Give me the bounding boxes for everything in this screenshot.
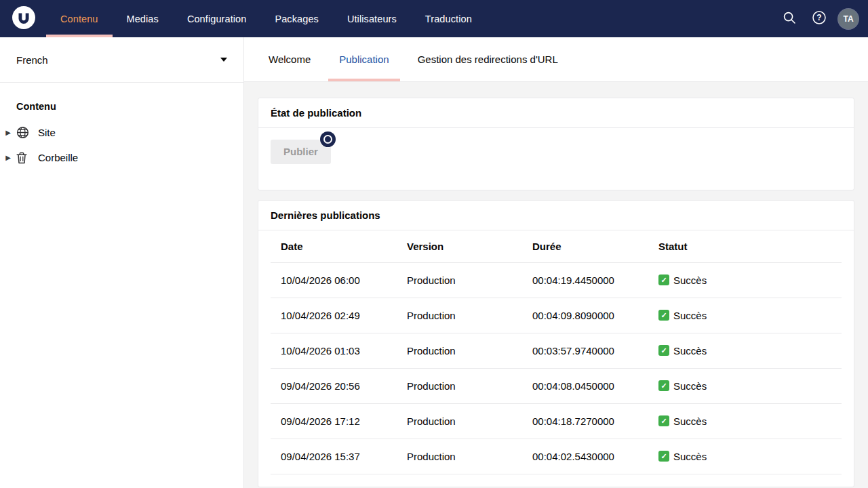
card-title: État de publication — [271, 107, 361, 119]
chevron-down-icon — [220, 58, 227, 62]
content-tabs: Welcome Publication Gestion des redirect… — [244, 37, 868, 82]
globe-icon — [16, 126, 34, 139]
cell-duree: 00:04:19.4450000 — [522, 262, 648, 298]
help-icon: ? — [812, 10, 827, 27]
tab-redirections-url[interactable]: Gestion des redirections d'URL — [407, 37, 569, 81]
cell-duree: 00:04:08.0450000 — [522, 368, 648, 403]
tree-item-label: Site — [34, 127, 56, 138]
svg-text:?: ? — [816, 13, 821, 22]
tab-content: État de publication Publier Dernières pu… — [244, 82, 868, 488]
caret-right-icon[interactable]: ▶ — [0, 120, 16, 145]
table-row: 10/04/2026 02:49 Production 00:04:09.809… — [271, 298, 842, 333]
tab-publication[interactable]: Publication — [328, 37, 399, 81]
cell-version: Production — [397, 298, 522, 333]
column-header-duree: Durée — [522, 230, 648, 263]
cell-version: Production — [397, 368, 522, 403]
success-check-icon: ✓ — [658, 345, 669, 356]
language-selector[interactable]: French — [0, 37, 243, 83]
publications-table-body: 10/04/2026 06:00 Production 00:04:19.445… — [271, 262, 842, 474]
nav-item-label: Utilisateurs — [347, 14, 397, 24]
help-button[interactable]: ? — [808, 8, 830, 30]
cell-statut: ✓ Succès — [648, 262, 842, 298]
cell-version: Production — [397, 439, 522, 474]
tab-label: Publication — [339, 54, 389, 65]
loading-spinner-icon — [320, 131, 336, 147]
table-row: 09/04/2026 15:37 Production 00:04:02.543… — [271, 439, 842, 474]
column-header-statut: Statut — [648, 230, 842, 263]
card-header: État de publication — [258, 98, 854, 128]
main-panel: Welcome Publication Gestion des redirect… — [244, 37, 868, 488]
publish-button-wrap: Publier — [271, 140, 331, 164]
nav-item-label: Packages — [275, 14, 318, 24]
cell-date: 10/04/2026 06:00 — [271, 262, 397, 298]
card-body: Publier — [258, 128, 854, 190]
user-avatar[interactable]: TA — [838, 9, 859, 29]
column-header-date: Date — [271, 230, 397, 263]
workspace: French Contenu ▶ Site ▶ — [0, 37, 868, 488]
cell-duree: 00:04:02.5430000 — [522, 439, 648, 474]
nav-item-configuration[interactable]: Configuration — [173, 0, 261, 37]
search-icon — [783, 11, 796, 26]
status-label: Succès — [673, 274, 707, 286]
topbar: Contenu Medias Configuration Packages Ut… — [0, 0, 868, 37]
nav-item-label: Medias — [127, 14, 159, 24]
column-header-version: Version — [397, 230, 522, 263]
card-header: Dernières publications — [258, 201, 854, 230]
nav-item-utilisateurs[interactable]: Utilisateurs — [333, 0, 411, 37]
nav-item-label: Configuration — [187, 14, 247, 24]
cell-date: 10/04/2026 02:49 — [271, 298, 397, 333]
cell-date: 09/04/2026 20:56 — [271, 368, 397, 403]
nav-item-traduction[interactable]: Traduction — [411, 0, 486, 37]
tab-label: Welcome — [269, 54, 311, 65]
success-check-icon: ✓ — [658, 310, 669, 321]
tree-item-site[interactable]: ▶ Site — [0, 120, 243, 145]
nav-item-packages[interactable]: Packages — [260, 0, 332, 37]
umbraco-logo-icon — [11, 5, 37, 33]
search-button[interactable] — [778, 8, 800, 30]
success-check-icon: ✓ — [658, 380, 669, 391]
status-label: Succès — [673, 310, 707, 321]
cell-date: 10/04/2026 01:03 — [271, 333, 397, 368]
table-header-row: Date Version Durée Statut — [271, 230, 842, 263]
sidebar: French Contenu ▶ Site ▶ — [0, 37, 244, 488]
caret-right-icon[interactable]: ▶ — [0, 145, 16, 170]
cell-statut: ✓ Succès — [648, 333, 842, 368]
nav-item-label: Traduction — [425, 14, 472, 24]
table-row: 09/04/2026 20:56 Production 00:04:08.045… — [271, 368, 842, 403]
cell-duree: 00:04:18.7270000 — [522, 403, 648, 439]
publications-table-wrap: Date Version Durée Statut 10/04/2026 06:… — [258, 230, 854, 487]
tree-item-label: Corbeille — [34, 152, 78, 163]
nav-item-label: Contenu — [60, 14, 98, 24]
cell-version: Production — [397, 403, 522, 439]
success-check-icon: ✓ — [658, 274, 669, 285]
app-logo[interactable] — [11, 5, 46, 33]
language-label: French — [16, 54, 48, 66]
success-check-icon: ✓ — [658, 415, 669, 426]
cell-date: 09/04/2026 15:37 — [271, 439, 397, 474]
cell-statut: ✓ Succès — [648, 298, 842, 333]
cell-statut: ✓ Succès — [648, 368, 842, 403]
cell-version: Production — [397, 262, 522, 298]
publication-state-card: État de publication Publier — [258, 98, 854, 190]
tab-label: Gestion des redirections d'URL — [418, 54, 558, 65]
tree-item-corbeille[interactable]: ▶ Corbeille — [0, 145, 243, 170]
nav-item-contenu[interactable]: Contenu — [46, 0, 113, 37]
last-publications-card: Dernières publications Date Version Duré… — [258, 200, 854, 487]
topbar-actions: ? TA — [778, 8, 859, 30]
cell-date: 09/04/2026 17:12 — [271, 403, 397, 439]
table-row: 10/04/2026 06:00 Production 00:04:19.445… — [271, 262, 842, 298]
card-title: Dernières publications — [271, 209, 380, 221]
topbar-nav: Contenu Medias Configuration Packages Ut… — [46, 0, 486, 37]
tree-section-title: Contenu — [0, 101, 243, 120]
trash-icon — [16, 152, 34, 164]
content-tree-section: Contenu ▶ Site ▶ — [0, 83, 243, 170]
status-label: Succès — [673, 451, 707, 462]
table-row: 09/04/2026 17:12 Production 00:04:18.727… — [271, 403, 842, 439]
publications-table: Date Version Durée Statut 10/04/2026 06:… — [271, 230, 842, 474]
tab-welcome[interactable]: Welcome — [258, 37, 321, 81]
table-row: 10/04/2026 01:03 Production 00:03:57.974… — [271, 333, 842, 368]
status-label: Succès — [673, 380, 707, 392]
avatar-initials: TA — [843, 14, 853, 24]
cell-statut: ✓ Succès — [648, 403, 842, 439]
nav-item-medias[interactable]: Medias — [113, 0, 173, 37]
